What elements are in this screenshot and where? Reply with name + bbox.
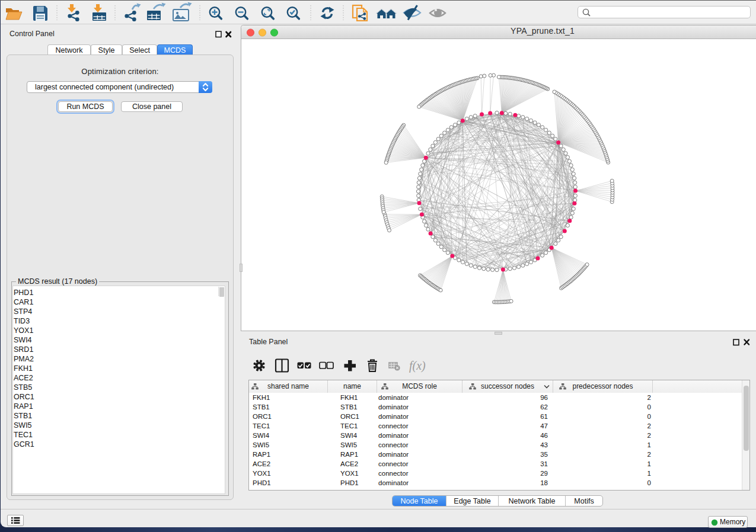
svg-text:f(x): f(x) bbox=[409, 359, 426, 373]
